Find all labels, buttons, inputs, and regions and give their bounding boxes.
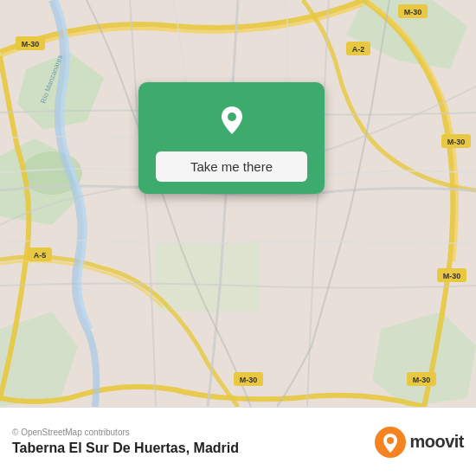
- map-view: M-30 M-30 M-30 M-30 M-30 M-30 A-5 A-2 Rí…: [0, 0, 476, 407]
- svg-text:M-30: M-30: [447, 138, 466, 146]
- take-me-there-button[interactable]: Take me there: [156, 151, 307, 182]
- location-card[interactable]: Take me there: [138, 82, 325, 194]
- bottom-left: © OpenStreetMap contributors Taberna El …: [12, 428, 239, 456]
- map-attribution: © OpenStreetMap contributors: [12, 428, 239, 437]
- svg-rect-7: [156, 242, 260, 312]
- svg-text:M-30: M-30: [404, 8, 422, 16]
- location-pin-icon: [209, 98, 254, 143]
- moovit-brand-text: moovit: [409, 432, 464, 452]
- svg-text:M-30: M-30: [22, 40, 40, 48]
- svg-text:A-5: A-5: [34, 251, 47, 260]
- place-name: Taberna El Sur De Huertas, Madrid: [12, 441, 239, 456]
- svg-text:M-30: M-30: [413, 376, 431, 384]
- moovit-logo-icon: [375, 427, 406, 458]
- svg-point-27: [228, 113, 236, 121]
- svg-text:M-30: M-30: [240, 376, 258, 384]
- bottom-bar: © OpenStreetMap contributors Taberna El …: [0, 407, 476, 476]
- svg-text:A-2: A-2: [352, 45, 365, 54]
- svg-text:M-30: M-30: [443, 272, 461, 280]
- svg-point-29: [387, 437, 394, 444]
- moovit-logo: moovit: [375, 427, 464, 458]
- map-background: M-30 M-30 M-30 M-30 M-30 M-30 A-5 A-2 Rí…: [0, 0, 476, 407]
